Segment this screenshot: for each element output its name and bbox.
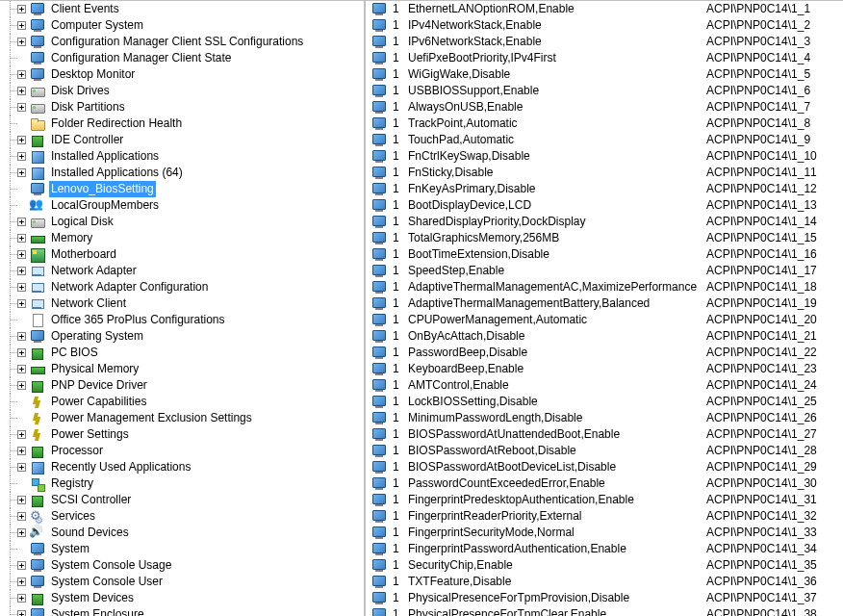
expand-icon[interactable]: + [17,299,26,308]
expand-icon[interactable]: + [17,381,26,390]
tree-item[interactable]: +Motherboard [0,246,364,263]
tree-item-label[interactable]: Installed Applications [49,148,161,165]
tree-item[interactable]: +Memory [0,230,364,246]
tree-item-label[interactable]: Network Adapter Configuration [49,279,210,295]
expand-icon[interactable]: + [17,218,26,226]
list-row[interactable]: 1FnSticky,DisableACPI\PNP0C14\1_11 [366,165,842,181]
tree-item-label[interactable]: Operating System [49,328,145,345]
tree-item-label[interactable]: PC BIOS [49,345,100,361]
list-row[interactable]: 1AMTControl,EnableACPI\PNP0C14\1_24 [366,377,842,394]
tree-item[interactable]: +Disk Partitions [0,99,364,116]
expand-icon[interactable]: + [17,87,26,95]
tree-item[interactable]: LocalGroupMembers [0,197,364,214]
list-row[interactable]: 1LockBIOSSetting,DisableACPI\PNP0C14\1_2… [366,394,842,410]
tree-item[interactable]: +System Devices [0,590,364,606]
expand-icon[interactable]: + [17,234,26,243]
tree-item-label[interactable]: Recently Used Applications [49,459,192,475]
expand-icon[interactable]: + [17,496,26,504]
list-row[interactable]: 1EthernetLANOptionROM,EnableACPI\PNP0C14… [366,1,842,17]
tree-item[interactable]: Power Capabilities [0,394,364,410]
list-row[interactable]: 1WiGigWake,DisableACPI\PNP0C14\1_5 [366,66,842,83]
tree-item-label[interactable]: Physical Memory [49,361,140,377]
expand-icon[interactable]: + [17,463,26,472]
tree-item-label[interactable]: Registry [49,475,95,492]
tree-item-label[interactable]: Power Capabilities [49,394,148,410]
list-row[interactable]: 1UefiPxeBootPriority,IPv4FirstACPI\PNP0C… [366,50,842,66]
list-row[interactable]: 1AlwaysOnUSB,EnableACPI\PNP0C14\1_7 [366,99,842,116]
expand-icon[interactable]: + [17,152,26,161]
list-row[interactable]: 1TrackPoint,AutomaticACPI\PNP0C14\1_8 [366,116,842,132]
list-row[interactable]: 1OnByAcAttach,DisableACPI\PNP0C14\1_21 [366,328,842,345]
expand-icon[interactable]: + [17,38,26,46]
tree-item[interactable]: +Processor [0,443,364,459]
tree-item-label[interactable]: Memory [49,230,94,246]
tree-item-label[interactable]: IDE Controller [49,132,125,148]
list-row[interactable]: 1BootDisplayDevice,LCDACPI\PNP0C14\1_13 [366,197,842,214]
expand-icon[interactable]: + [17,447,26,455]
list-row[interactable]: 1BIOSPasswordAtUnattendedBoot,EnableACPI… [366,426,842,443]
list-row[interactable]: 1TouchPad,AutomaticACPI\PNP0C14\1_9 [366,132,842,148]
tree-item-label[interactable]: Folder Redirection Health [49,116,184,132]
expand-icon[interactable]: + [17,5,26,13]
list-row[interactable]: 1PasswordBeep,DisableACPI\PNP0C14\1_22 [366,345,842,361]
list-row[interactable]: 1IPv4NetworkStack,EnableACPI\PNP0C14\1_2 [366,17,842,34]
tree-item[interactable]: +Logical Disk [0,214,364,230]
tree-panel[interactable]: +Client Events+Computer System+Configura… [0,1,366,616]
tree-item[interactable]: +PC BIOS [0,345,364,361]
tree-item[interactable]: Power Management Exclusion Settings [0,410,364,426]
list-row[interactable]: 1IPv6NetworkStack,EnableACPI\PNP0C14\1_3 [366,34,842,50]
tree-item-label[interactable]: Disk Drives [49,83,112,99]
expand-icon[interactable]: + [17,168,26,177]
tree-item-label[interactable]: Motherboard [49,246,118,263]
tree-item-label[interactable]: Logical Disk [49,214,115,230]
list-row[interactable]: 1KeyboardBeep,EnableACPI\PNP0C14\1_23 [366,361,842,377]
tree-item-label[interactable]: Lenovo_BiosSetting [49,181,156,197]
tree-item[interactable]: +Power Settings [0,426,364,443]
tree-item[interactable]: +SCSI Controller [0,492,364,508]
list-row[interactable]: 1SharedDisplayPriority,DockDisplayACPI\P… [366,214,842,230]
list-row[interactable]: 1FingerprintSecurityMode,NormalACPI\PNP0… [366,525,842,541]
tree-item-label[interactable]: System [49,541,91,557]
tree-item-label[interactable]: Computer System [49,17,145,34]
tree-item[interactable]: +Operating System [0,328,364,345]
tree-item-label[interactable]: Desktop Monitor [49,66,137,83]
tree-item-label[interactable]: Network Client [49,295,128,312]
tree-item[interactable]: +Installed Applications (64) [0,165,364,181]
tree-item[interactable]: +Computer System [0,17,364,34]
expand-icon[interactable]: + [17,332,26,341]
expand-icon[interactable]: + [17,267,26,275]
tree-item-label[interactable]: System Devices [49,590,136,606]
list-panel[interactable]: 1EthernetLANOptionROM,EnableACPI\PNP0C14… [366,1,842,616]
tree-item-label[interactable]: Sound Devices [49,525,131,541]
tree-item[interactable]: +Network Client [0,295,364,312]
tree-item[interactable]: +Disk Drives [0,83,364,99]
tree-item-label[interactable]: Processor [49,443,105,459]
list-row[interactable]: 1CPUPowerManagement,AutomaticACPI\PNP0C1… [366,312,842,328]
tree-item-label[interactable]: System Enclosure [49,606,146,616]
tree-item[interactable]: +Sound Devices [0,525,364,541]
tree-item[interactable]: +Client Events [0,1,364,17]
tree-item[interactable]: +System Console User [0,574,364,590]
list-row[interactable]: 1TXTFeature,DisableACPI\PNP0C14\1_36 [366,574,842,590]
tree-item-label[interactable]: Power Settings [49,426,131,443]
expand-icon[interactable]: + [17,561,26,570]
tree-item-label[interactable]: Configuration Manager Client SSL Configu… [49,34,305,50]
tree-item[interactable]: +System Enclosure [0,606,364,616]
tree-item[interactable]: +PNP Device Driver [0,377,364,394]
list-row[interactable]: 1SecurityChip,EnableACPI\PNP0C14\1_35 [366,557,842,574]
tree-item[interactable]: +Network Adapter [0,263,364,279]
expand-icon[interactable]: + [17,430,26,439]
tree-item-label[interactable]: System Console Usage [49,557,173,574]
tree-item[interactable]: +System Console Usage [0,557,364,574]
expand-icon[interactable]: + [17,528,26,537]
tree-item-label[interactable]: Client Events [49,1,121,17]
tree-item-label[interactable]: Power Management Exclusion Settings [49,410,254,426]
tree-item[interactable]: System [0,541,364,557]
tree-item[interactable]: +IDE Controller [0,132,364,148]
expand-icon[interactable]: + [17,136,26,144]
tree-item-label[interactable]: LocalGroupMembers [49,197,161,214]
expand-icon[interactable]: + [17,250,26,259]
expand-icon[interactable]: + [17,594,26,603]
tree-item-label[interactable]: Configuration Manager Client State [49,50,233,66]
tree-item-label[interactable]: PNP Device Driver [49,377,149,394]
